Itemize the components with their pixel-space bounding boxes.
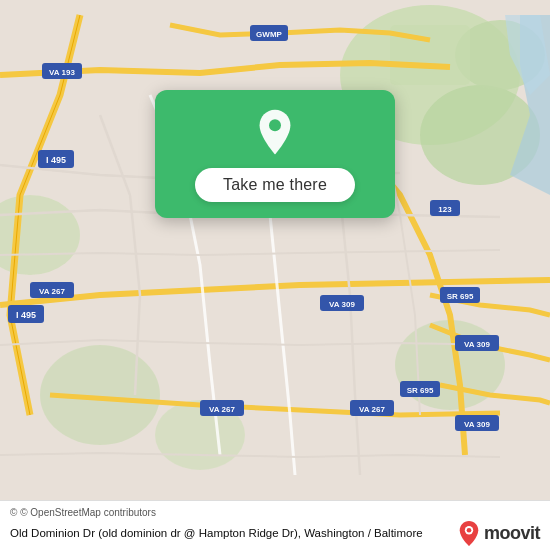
svg-point-37 — [467, 528, 472, 533]
location-pin-icon — [251, 108, 299, 156]
svg-text:I 495: I 495 — [46, 155, 66, 165]
svg-text:VA 309: VA 309 — [464, 420, 490, 429]
osm-attribution-text: © OpenStreetMap contributors — [20, 507, 156, 518]
svg-text:I 495: I 495 — [16, 310, 36, 320]
bottom-bar: © © OpenStreetMap contributors Old Domin… — [0, 500, 550, 550]
osm-copyright-symbol: © — [10, 507, 17, 518]
osm-attribution: © © OpenStreetMap contributors — [10, 507, 540, 518]
svg-text:SR 695: SR 695 — [447, 292, 474, 301]
moovit-label: moovit — [484, 523, 540, 544]
location-text: Old Dominion Dr (old dominion dr @ Hampt… — [10, 525, 458, 541]
svg-text:VA 309: VA 309 — [464, 340, 490, 349]
overlay-card: Take me there — [155, 90, 395, 218]
location-row: Old Dominion Dr (old dominion dr @ Hampt… — [10, 520, 540, 546]
svg-point-35 — [269, 119, 281, 131]
map-area: I 495 I 495 VA 193 VA 267 VA 267 VA 267 … — [0, 0, 550, 500]
svg-text:SR 695: SR 695 — [407, 386, 434, 395]
app-container: I 495 I 495 VA 193 VA 267 VA 267 VA 267 … — [0, 0, 550, 550]
svg-text:VA 267: VA 267 — [39, 287, 65, 296]
moovit-pin-icon — [458, 520, 480, 546]
svg-text:VA 267: VA 267 — [359, 405, 385, 414]
take-me-there-button[interactable]: Take me there — [195, 168, 355, 202]
svg-text:VA 309: VA 309 — [329, 300, 355, 309]
svg-text:123: 123 — [438, 205, 452, 214]
svg-text:VA 193: VA 193 — [49, 68, 75, 77]
map-svg: I 495 I 495 VA 193 VA 267 VA 267 VA 267 … — [0, 0, 550, 500]
moovit-logo: moovit — [458, 520, 540, 546]
svg-text:GWMP: GWMP — [256, 30, 282, 39]
svg-text:VA 267: VA 267 — [209, 405, 235, 414]
